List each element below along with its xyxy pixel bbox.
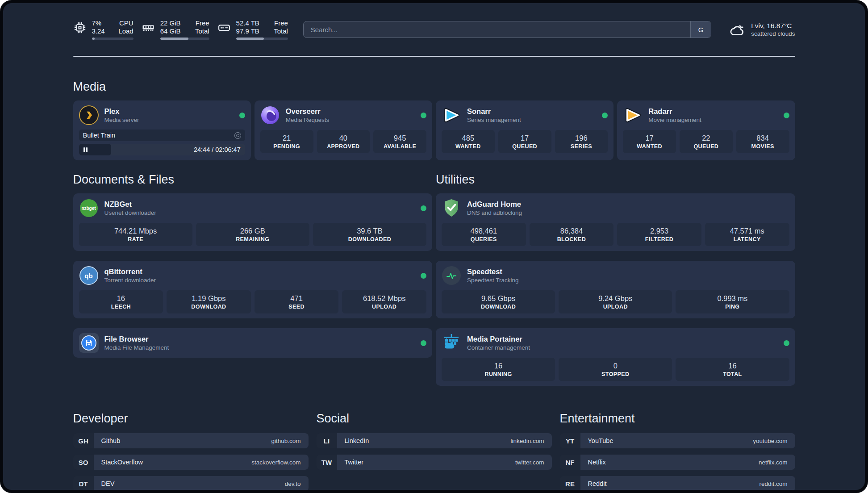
stat-movies: 834 MOVIES xyxy=(736,130,789,153)
search-engine-button[interactable]: G xyxy=(690,21,711,38)
app-desc: Movie management xyxy=(648,116,701,124)
stat-available: 945 AVAILABLE xyxy=(373,130,426,153)
stat-ping: 0.993 ms PING xyxy=(676,290,789,313)
stat-running: 16 RUNNING xyxy=(442,358,555,381)
stat-filtered: 2,953 FILTERED xyxy=(617,223,701,246)
app-name: AdGuard Home xyxy=(467,200,522,209)
stat-wanted: 17 WANTED xyxy=(623,130,676,153)
bookmark-twitter[interactable]: TW Twitter twitter.com xyxy=(317,455,552,470)
overseerr-card[interactable]: Overseerr Media Requests 21 PENDING 40 A… xyxy=(255,100,432,160)
qbittorrent-card[interactable]: qb qBittorrent Torrent downloader 16 LEE… xyxy=(73,261,433,318)
stat-upload: 618.52 Mbps UPLOAD xyxy=(342,290,426,313)
bookmark-tag: NF xyxy=(560,455,580,470)
filebrowser-card[interactable]: File Browser Media File Management xyxy=(73,328,433,358)
bookmark-dev[interactable]: DT DEV dev.to xyxy=(73,476,309,491)
bookmark-url: netflix.com xyxy=(759,459,788,466)
bookmark-linkedin[interactable]: LI LinkedIn linkedin.com xyxy=(317,433,552,448)
cpu-usage: 7% xyxy=(92,19,105,27)
status-dot xyxy=(784,340,789,346)
bookmark-name: YouTube xyxy=(588,437,613,444)
app-desc: Media server xyxy=(104,116,139,124)
bookmark-tag: GH xyxy=(73,433,94,448)
bookmark-url: github.com xyxy=(271,438,300,444)
bookmark-tag: TW xyxy=(317,455,337,470)
app-desc: DNS and adblocking xyxy=(467,209,522,217)
stat-blocked: 86,384 BLOCKED xyxy=(530,223,614,246)
section-title-utilities: Utilities xyxy=(436,173,795,187)
stat-wanted: 485 WANTED xyxy=(442,130,495,153)
speedtest-icon xyxy=(442,266,461,285)
bookmark-url: youtube.com xyxy=(753,438,787,444)
weather-location-temp: Lviv, 16.87°C xyxy=(751,21,795,30)
app-desc: Container management xyxy=(467,344,530,351)
storage-stat: 52.4 TB 97.9 TB Free Total xyxy=(217,19,288,40)
status-dot xyxy=(602,113,608,118)
bookmark-url: twitter.com xyxy=(515,459,544,466)
bookmark-stackoverflow[interactable]: SO StackOverflow stackoverflow.com xyxy=(73,455,309,470)
now-playing-row: Bullet Train xyxy=(79,130,245,141)
stat-queued: 22 QUEUED xyxy=(680,130,733,153)
documents-column: Documents & Files nzbget NZBGet Usenet d… xyxy=(73,173,433,358)
bookmark-tag: RE xyxy=(560,476,580,491)
weather-widget[interactable]: Lviv, 16.87°C scattered clouds xyxy=(728,21,795,38)
stat-queued: 17 QUEUED xyxy=(498,130,551,153)
stat-download: 1.19 Gbps DOWNLOAD xyxy=(167,290,251,313)
speedtest-card[interactable]: Speedtest Speedtest Tracking 9.65 Gbps D… xyxy=(436,261,795,318)
bookmark-tag: DT xyxy=(73,476,94,491)
bookmark-netflix[interactable]: NF Netflix netflix.com xyxy=(560,455,795,470)
playback-progress-bar[interactable]: 24:44 / 02:06:47 xyxy=(79,144,245,155)
app-name: Speedtest xyxy=(467,267,519,276)
now-playing-title: Bullet Train xyxy=(83,132,116,139)
status-dot xyxy=(421,273,426,279)
radarr-card[interactable]: Radarr Movie management 17 WANTED 22 QUE… xyxy=(617,100,795,160)
stat-series: 196 SERIES xyxy=(555,130,608,153)
app-desc: Media File Management xyxy=(104,344,169,351)
cpu-load-label: Load xyxy=(116,27,134,35)
disk-total-label: Total xyxy=(270,27,288,35)
bookmark-github[interactable]: GH Github github.com xyxy=(73,433,309,448)
ram-total-label: Total xyxy=(192,27,209,35)
portainer-card[interactable]: Media Portainer Container management 16 … xyxy=(436,328,795,386)
section-title-documents: Documents & Files xyxy=(73,173,433,187)
sonarr-icon xyxy=(442,105,461,125)
app-desc: Torrent downloader xyxy=(104,276,156,284)
developer-group: Developer GH Github github.com SO StackO… xyxy=(73,412,309,493)
app-name: Overseerr xyxy=(286,107,330,116)
app-desc: Media Requests xyxy=(286,116,330,124)
nzbget-card[interactable]: nzbget NZBGet Usenet downloader 744.21 M… xyxy=(73,193,433,251)
stat-latency: 47.571 ms LATENCY xyxy=(705,223,789,246)
stat-rate: 744.21 Mbps RATE xyxy=(79,223,192,246)
stat-stopped: 0 STOPPED xyxy=(559,358,672,381)
nzbget-icon: nzbget xyxy=(79,198,99,218)
section-title-developer: Developer xyxy=(73,412,309,426)
stat-download: 9.65 Gbps DOWNLOAD xyxy=(442,290,555,313)
sonarr-card[interactable]: Sonarr Series management 485 WANTED 17 Q… xyxy=(436,100,613,160)
app-name: Sonarr xyxy=(467,107,521,116)
disk-free-value: 52.4 TB xyxy=(236,19,259,27)
section-title-media: Media xyxy=(73,80,795,94)
plex-card[interactable]: Plex Media server Bullet Train 24:44 / 0… xyxy=(73,100,251,160)
status-dot xyxy=(239,113,245,118)
disc-icon[interactable] xyxy=(234,132,241,139)
top-bar: 7% 3.24 CPU Load xyxy=(73,19,795,40)
app-desc: Series management xyxy=(467,116,521,124)
ram-icon xyxy=(142,21,155,34)
portainer-icon xyxy=(442,333,461,353)
overseerr-icon xyxy=(260,105,280,125)
pause-icon[interactable] xyxy=(83,147,88,152)
adguard-icon xyxy=(442,198,461,218)
stat-remaining: 266 GB REMAINING xyxy=(196,223,309,246)
header-divider xyxy=(73,56,795,57)
cpu-stat: 7% 3.24 CPU Load xyxy=(73,19,134,40)
bookmark-name: Github xyxy=(101,437,121,444)
bookmark-name: Netflix xyxy=(588,459,606,466)
cpu-icon xyxy=(73,21,87,34)
bookmark-reddit[interactable]: RE Reddit reddit.com xyxy=(560,476,795,491)
adguard-card[interactable]: AdGuard Home DNS and adblocking 498,461 … xyxy=(436,193,795,251)
radarr-icon xyxy=(623,105,643,125)
search-input[interactable] xyxy=(303,21,711,38)
app-name: NZBGet xyxy=(104,200,156,209)
disk-progress-bar xyxy=(236,38,288,40)
social-group: Social LI LinkedIn linkedin.com TW Twitt… xyxy=(317,412,552,493)
bookmark-youtube[interactable]: YT YouTube youtube.com xyxy=(560,433,795,448)
